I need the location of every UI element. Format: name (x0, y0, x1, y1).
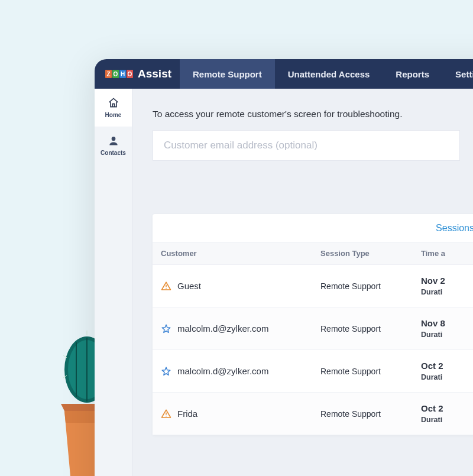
time-cell: Oct 2Durati (421, 403, 473, 424)
star-icon (161, 366, 171, 377)
nav-remote-support[interactable]: Remote Support (180, 59, 275, 89)
main-content: To access your remote customer's screen … (132, 89, 473, 476)
session-duration: Durati (421, 416, 473, 424)
time-cell: Nov 8Durati (421, 318, 473, 339)
table-header: Customer Session Type Time a (153, 242, 473, 265)
brand-logo[interactable]: Z O H O Assist (95, 59, 180, 89)
session-duration: Durati (421, 331, 473, 339)
svg-point-9 (166, 288, 167, 289)
person-icon (108, 135, 119, 148)
session-type: Remote Support (320, 409, 421, 419)
col-session-type: Session Type (320, 249, 421, 258)
session-date: Oct 2 (421, 361, 473, 371)
access-instruction: To access your remote customer's screen … (153, 109, 473, 119)
session-type: Remote Support (320, 367, 421, 376)
session-type: Remote Support (320, 281, 421, 291)
customer-name: malcolm.d@zylker.com (177, 366, 268, 376)
warning-icon (161, 281, 171, 292)
table-row[interactable]: malcolm.d@zylker.comRemote SupportNov 8D… (153, 307, 473, 350)
session-duration: Durati (421, 288, 473, 296)
svg-point-7 (111, 137, 115, 141)
sidebar-item-contacts[interactable]: Contacts (95, 127, 132, 164)
time-cell: Nov 2Durati (421, 276, 473, 296)
table-row[interactable]: FridaRemote SupportOct 2Durati (153, 393, 473, 435)
table-row[interactable]: malcolm.d@zylker.comRemote SupportOct 2D… (153, 350, 473, 393)
nav-unattended-access[interactable]: Unattended Access (275, 59, 383, 89)
sidebar-item-label: Home (105, 112, 122, 118)
home-icon (108, 97, 119, 110)
time-cell: Oct 2Durati (421, 361, 473, 381)
table-body: GuestRemote SupportNov 2Duratimalcolm.d@… (153, 265, 473, 435)
nav-settings[interactable]: Settings (442, 59, 473, 89)
customer-name: malcolm.d@zylker.com (177, 323, 268, 333)
customer-email-input[interactable] (153, 130, 460, 161)
session-type: Remote Support (320, 324, 421, 333)
sidebar-item-home[interactable]: Home (95, 89, 132, 127)
sidebar-item-label: Contacts (101, 150, 126, 156)
star-icon (161, 323, 171, 334)
session-duration: Durati (421, 373, 473, 381)
top-nav: Z O H O Assist Remote Support Unattended… (95, 59, 473, 89)
col-time: Time a (421, 249, 473, 258)
session-date: Nov 2 (421, 276, 473, 286)
tab-sessions[interactable]: Sessions (436, 223, 473, 234)
table-row[interactable]: GuestRemote SupportNov 2Durati (153, 265, 473, 307)
left-sidebar: Home Contacts (95, 89, 132, 476)
customer-name: Frida (177, 409, 197, 419)
sessions-table: Sessions Customer Session Type Time a Gu… (153, 214, 473, 435)
session-date: Oct 2 (421, 403, 473, 413)
app-window: Z O H O Assist Remote Support Unattended… (95, 59, 473, 476)
warning-icon (161, 409, 171, 419)
nav-reports[interactable]: Reports (383, 59, 442, 89)
zoho-logo-icon: Z O H O (105, 70, 133, 78)
customer-name: Guest (177, 281, 201, 291)
col-customer: Customer (161, 249, 320, 258)
session-date: Nov 8 (421, 318, 473, 328)
svg-point-11 (166, 416, 167, 417)
brand-name: Assist (138, 67, 171, 80)
